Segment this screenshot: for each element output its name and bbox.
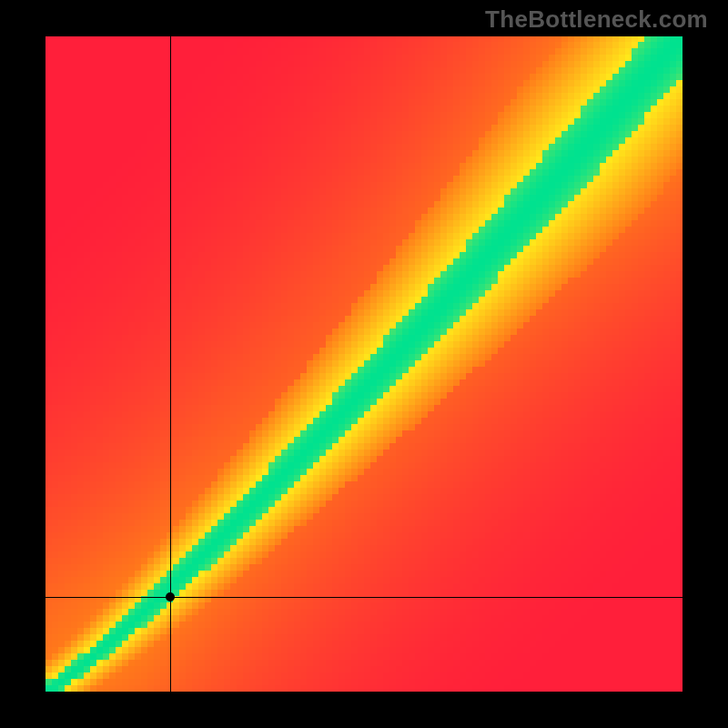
marker-point: [166, 592, 175, 602]
crosshair-horizontal: [46, 597, 682, 598]
chart-frame: TheBottleneck.com: [0, 0, 728, 728]
heatmap-canvas: [46, 36, 682, 692]
watermark-text: TheBottleneck.com: [485, 5, 708, 34]
heatmap-plot: [46, 36, 682, 692]
